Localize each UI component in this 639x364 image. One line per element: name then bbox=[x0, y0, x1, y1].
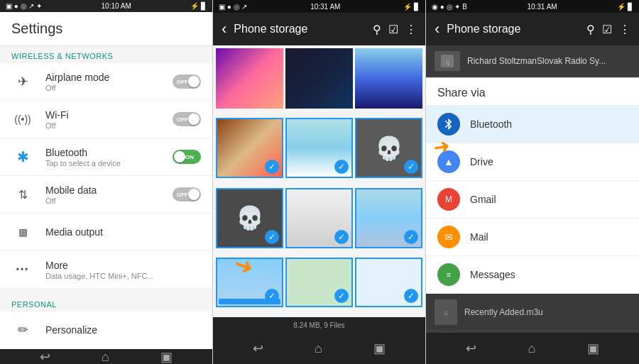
bluetooth-toggle[interactable]: ON bbox=[173, 150, 201, 164]
share-bottom-nav: ↩ ⌂ ▣ bbox=[426, 333, 639, 364]
storage-status-bar: ▣ ● ◎ ↗ 10:31 AM ⚡ ▊ bbox=[213, 0, 425, 13]
wifi-title: Wi-Fi bbox=[45, 109, 173, 121]
nav-recent-btn[interactable]: ▣ bbox=[160, 349, 173, 364]
storage-nav-back[interactable]: ↩ bbox=[253, 341, 263, 356]
share-via-title: Share via bbox=[426, 78, 639, 106]
grid-item[interactable] bbox=[285, 48, 353, 109]
grid-item-selected[interactable]: ✓ bbox=[355, 188, 422, 248]
gmail-label: Gmail bbox=[470, 194, 496, 205]
status-left-icons: ▣ ● ◎ ↗ ✦ bbox=[6, 2, 42, 10]
checkmark-icon: ✓ bbox=[404, 289, 418, 303]
svg-text:♫: ♫ bbox=[445, 59, 450, 66]
share-nav-recent[interactable]: ▣ bbox=[587, 341, 599, 356]
nav-home-btn[interactable]: ⌂ bbox=[102, 350, 109, 365]
storage-status-time: 10:31 AM bbox=[310, 3, 340, 11]
storage-header-title: Phone storage bbox=[234, 23, 366, 35]
share-search-icon[interactable]: ⚲ bbox=[586, 23, 595, 36]
share-header: ‹ Phone storage ⚲ ☑ ⋮ bbox=[426, 13, 639, 45]
storage-more-icon[interactable]: ⋮ bbox=[405, 23, 417, 36]
toggle-knob bbox=[188, 189, 200, 200]
storage-back-icon[interactable]: ‹ bbox=[222, 20, 226, 38]
share-nav-back[interactable]: ↩ bbox=[466, 341, 476, 356]
wireless-section-header: WIRELESS & NETWORKS bbox=[0, 46, 212, 63]
share-back-icon[interactable]: ‹ bbox=[435, 20, 439, 38]
grid-item-selected[interactable]: 💀 ✓ bbox=[355, 118, 422, 178]
storage-footer-text: 8.24 MB, 9 Files bbox=[293, 321, 344, 329]
more-item[interactable]: ••• More Data usage, HTC Mini+, NFC... bbox=[0, 251, 212, 289]
storage-status-icons-left: ▣ ● ◎ ↗ bbox=[219, 3, 247, 11]
media-output-title: Media output bbox=[45, 226, 201, 238]
mail-share-icon: ✉ bbox=[437, 226, 460, 248]
checkmark-icon: ✓ bbox=[334, 230, 349, 244]
wifi-icon: ((•)) bbox=[11, 108, 34, 131]
bluetooth-icon: ✱ bbox=[11, 145, 34, 168]
status-bar-settings: ▣ ● ◎ ↗ ✦ 10:10 AM ⚡ ▊ bbox=[0, 0, 212, 12]
share-file-icon: ♫ bbox=[435, 51, 460, 71]
personalize-title: Personalize bbox=[45, 324, 201, 336]
settings-title: Settings bbox=[0, 12, 212, 46]
toggle-knob bbox=[174, 151, 185, 162]
file-row-icon: ♫ bbox=[435, 299, 457, 325]
airplane-toggle[interactable]: OFF bbox=[173, 75, 201, 89]
storage-nav-home[interactable]: ⌂ bbox=[315, 341, 322, 356]
wifi-toggle[interactable]: OFF bbox=[173, 112, 201, 126]
status-right-icons: ⚡ ▊ bbox=[190, 2, 207, 10]
grid-item-selected[interactable]: ✓ bbox=[285, 118, 353, 178]
media-output-item[interactable]: ▦ Media output bbox=[0, 214, 212, 251]
share-option-messages[interactable]: ≡ Messages bbox=[426, 256, 639, 294]
bluetooth-subtitle: Tap to select a device bbox=[45, 159, 173, 167]
bluetooth-item[interactable]: ✱ Bluetooth Tap to select a device ON bbox=[0, 138, 212, 176]
share-option-bluetooth[interactable]: Bluetooth bbox=[426, 106, 639, 143]
mobile-data-title: Mobile data bbox=[45, 184, 173, 196]
share-option-gmail[interactable]: M Gmail bbox=[426, 181, 639, 219]
grid-item[interactable] bbox=[216, 48, 283, 109]
airplane-mode-item[interactable]: ✈ Airplane mode Off OFF bbox=[0, 63, 212, 101]
grid-item-selected[interactable]: ✓ bbox=[216, 118, 283, 178]
media-output-icon: ▦ bbox=[11, 221, 34, 243]
toggle-knob bbox=[188, 76, 200, 87]
storage-footer-bar: 8.24 MB, 9 Files bbox=[213, 317, 425, 333]
share-via-panel: Share via Bluetooth ▲ Drive M Gmail ✉ Ma… bbox=[426, 77, 639, 294]
mobile-data-toggle[interactable]: OFF bbox=[173, 187, 201, 202]
checkmark-icon: ✓ bbox=[265, 230, 279, 244]
messages-share-icon: ≡ bbox=[437, 263, 460, 286]
storage-check-icon[interactable]: ☑ bbox=[388, 23, 398, 36]
toggle-knob bbox=[188, 114, 200, 125]
nav-back-btn[interactable]: ↩ bbox=[40, 349, 50, 364]
gmail-share-icon: M bbox=[437, 188, 460, 211]
grid-item[interactable] bbox=[355, 48, 422, 109]
share-file-text: Richard StoltzmanSlovak Radio Sy... bbox=[467, 56, 606, 66]
grid-item-selected[interactable]: ✓ bbox=[285, 258, 353, 307]
wifi-item[interactable]: ((•)) Wi-Fi Off OFF bbox=[0, 101, 212, 138]
file-row-text-1: Recently Added.m3u bbox=[464, 307, 543, 317]
storage-nav-recent[interactable]: ▣ bbox=[373, 341, 386, 356]
airplane-subtitle: Off bbox=[45, 84, 173, 92]
share-option-mail[interactable]: ✉ Mail bbox=[426, 219, 639, 256]
grid-item-selected[interactable]: 💀 ✓ bbox=[216, 188, 283, 248]
personalize-item[interactable]: ✏ Personalize bbox=[0, 311, 212, 349]
more-icon: ••• bbox=[11, 258, 34, 281]
mobile-data-item[interactable]: ⇅ Mobile data Off OFF bbox=[0, 176, 212, 214]
airplane-toggle-label: OFF bbox=[177, 79, 188, 85]
share-status-bar: ◉ ● ◎ ✦ B 10:31 AM ⚡ ▊ bbox=[426, 0, 639, 13]
panel-settings: ▣ ● ◎ ↗ ✦ 10:10 AM ⚡ ▊ Settings WIRELESS… bbox=[0, 0, 213, 364]
checkmark-icon: ✓ bbox=[404, 230, 418, 244]
grid-item-selected[interactable]: ✓ bbox=[355, 258, 422, 307]
bluetooth-toggle-label: ON bbox=[185, 154, 194, 160]
airplane-icon: ✈ bbox=[11, 70, 34, 93]
storage-search-icon[interactable]: ⚲ bbox=[373, 23, 381, 36]
grid-item-selected[interactable]: ✓ bbox=[216, 258, 283, 307]
share-option-drive[interactable]: ▲ Drive bbox=[426, 143, 639, 181]
storage-header: ‹ Phone storage ⚲ ☑ ⋮ bbox=[213, 13, 425, 45]
mobile-data-icon: ⇅ bbox=[11, 183, 34, 206]
storage-status-icons-right: ⚡ ▊ bbox=[403, 3, 420, 11]
drive-label: Drive bbox=[470, 156, 493, 167]
mobile-data-subtitle: Off bbox=[45, 197, 173, 205]
grid-item-selected[interactable]: ✓ bbox=[285, 188, 353, 248]
share-file-item: ♫ Richard StoltzmanSlovak Radio Sy... bbox=[426, 45, 639, 77]
share-file-row-1[interactable]: ♫ Recently Added.m3u bbox=[426, 294, 639, 331]
share-check-icon[interactable]: ☑ bbox=[602, 23, 612, 36]
share-more-icon[interactable]: ⋮ bbox=[619, 23, 630, 36]
share-status-time: 10:31 AM bbox=[527, 3, 557, 11]
share-nav-home[interactable]: ⌂ bbox=[528, 341, 536, 356]
